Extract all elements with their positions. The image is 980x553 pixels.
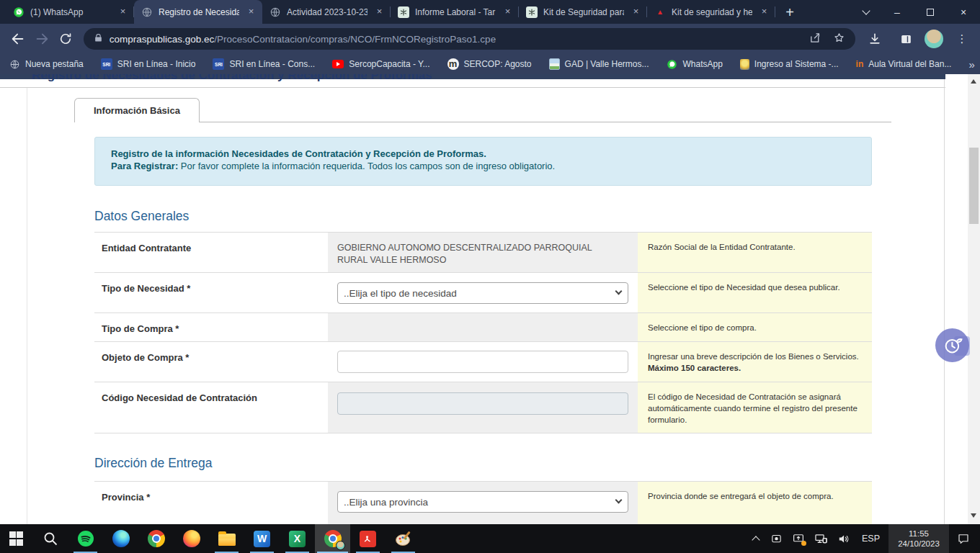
field-help: Razón Social de la Entidad Contratante. bbox=[638, 233, 872, 272]
back-button[interactable] bbox=[6, 27, 30, 51]
close-icon[interactable]: × bbox=[502, 6, 514, 18]
volume-tray-icon[interactable] bbox=[837, 532, 851, 546]
page-scrollbar[interactable] bbox=[968, 74, 980, 524]
objeto-compra-input[interactable] bbox=[337, 351, 628, 373]
lock-icon bbox=[94, 32, 103, 45]
network-tray-icon[interactable] bbox=[814, 532, 828, 546]
tray-time: 11:55 bbox=[909, 529, 929, 539]
start-button[interactable] bbox=[0, 524, 32, 553]
taskbar-firefox-button[interactable] bbox=[174, 524, 209, 553]
tab-kit-seguridad-2[interactable]: ▲ Kit de seguridad y he × bbox=[647, 0, 775, 24]
chatgpt-favicon bbox=[398, 6, 409, 18]
taskbar-search-button[interactable] bbox=[32, 524, 68, 553]
bookmark-sercopcapacita[interactable]: SercopCapacita - Y... bbox=[332, 59, 429, 69]
bookmark-label: SercopCapacita - Y... bbox=[349, 59, 429, 69]
tab-kit-seguridad-1[interactable]: Kit de Seguridad para × bbox=[519, 0, 647, 24]
bookmark-sri-inicio[interactable]: SRISRI en Línea - Inicio bbox=[101, 58, 196, 70]
url-text: compraspublicas.gob.ec/ProcesoContrataci… bbox=[110, 34, 496, 45]
provincia-select[interactable]: ..Elija una provincia bbox=[337, 491, 628, 513]
profile-avatar[interactable] bbox=[925, 30, 943, 48]
bookmark-whatsapp[interactable]: WhatsApp bbox=[666, 58, 722, 70]
browser-tab-strip: (1) WhatsApp × Registro de Necesida × Ac… bbox=[0, 0, 980, 24]
tab-registro-necesidades[interactable]: Registro de Necesida × bbox=[134, 0, 262, 24]
field-help: Provincia donde se entregará el objeto d… bbox=[638, 482, 872, 524]
screen-record-tray-icon[interactable] bbox=[770, 533, 783, 545]
bookmark-sercop-agosto[interactable]: mSERCOP: Agosto bbox=[447, 58, 532, 70]
taskbar-edge-button[interactable] bbox=[103, 524, 138, 553]
section-title-direccion-entrega: Dirección de Entrega bbox=[94, 456, 212, 471]
taskbar-spotify-button[interactable] bbox=[68, 524, 103, 553]
bookmark-nueva-pestana[interactable]: Nueva pestaña bbox=[9, 58, 84, 70]
minimize-button[interactable]: – bbox=[881, 0, 914, 24]
close-icon[interactable]: × bbox=[630, 6, 642, 18]
close-icon[interactable]: × bbox=[758, 6, 770, 18]
taskbar-explorer-button[interactable] bbox=[209, 524, 244, 553]
taskbar-paint-button[interactable] bbox=[386, 524, 421, 553]
row-codigo-necesidad: Código Necesidad de Contratación El códi… bbox=[94, 382, 872, 433]
bookmark-label: SERCOP: Agosto bbox=[464, 59, 532, 69]
reload-button[interactable] bbox=[53, 27, 77, 51]
bookmark-label: Aula Virtual del Ban... bbox=[868, 59, 951, 69]
bookmarks-overflow-chevron[interactable]: » bbox=[968, 58, 974, 71]
clock-date-tray[interactable]: 11:55 24/10/2023 bbox=[888, 524, 949, 553]
bookmark-sri-consultas[interactable]: SRISRI en Línea - Cons... bbox=[213, 58, 315, 70]
new-tab-button[interactable]: + bbox=[780, 2, 800, 22]
taskbar-chrome-active-button[interactable] bbox=[315, 524, 350, 553]
close-icon[interactable]: × bbox=[373, 6, 386, 18]
close-icon[interactable]: × bbox=[117, 6, 129, 18]
tab-informacion-basica[interactable]: Información Básica bbox=[74, 98, 200, 122]
taskbar-word-button[interactable]: W bbox=[244, 524, 280, 553]
sri-icon: SRI bbox=[101, 58, 112, 70]
forward-button[interactable] bbox=[30, 27, 53, 51]
ecuador-crest-icon bbox=[740, 59, 749, 70]
tab-title: Actividad 2023-10-23 bbox=[287, 7, 368, 17]
field-label: Tipo de Necesidad * bbox=[94, 273, 328, 313]
language-indicator[interactable]: ESP bbox=[862, 534, 880, 544]
tab-whatsapp[interactable]: (1) WhatsApp × bbox=[6, 0, 134, 24]
bookmark-label: Nueva pestaña bbox=[25, 59, 84, 69]
taskbar-acrobat-button[interactable] bbox=[350, 524, 386, 553]
bookmark-gad-valle-hermoso[interactable]: GAD | Valle Hermos... bbox=[549, 58, 649, 70]
address-bar[interactable]: compraspublicas.gob.ec/ProcesoContrataci… bbox=[84, 28, 855, 50]
tab-title: Kit de seguridad y he bbox=[672, 7, 752, 17]
tray-chevron-up-icon[interactable] bbox=[752, 536, 760, 544]
share-icon[interactable] bbox=[809, 32, 821, 47]
bookmark-aula-virtual[interactable]: inAula Virtual del Ban... bbox=[856, 59, 952, 69]
tab-informe-laboral[interactable]: Informe Laboral - Tar × bbox=[391, 0, 519, 24]
downloads-icon[interactable] bbox=[863, 27, 887, 51]
field-help: Ingresar una breve descripción de los Bi… bbox=[638, 342, 872, 382]
info-line-2-bold: Para Registrar: bbox=[111, 161, 178, 171]
word-icon: W bbox=[254, 531, 270, 547]
field-label: Código Necesidad de Contratación bbox=[94, 382, 328, 433]
bookmark-star-icon[interactable] bbox=[833, 32, 845, 47]
direccion-entrega-table: Provincia * ..Elija una provincia Provin… bbox=[94, 481, 872, 524]
action-center-icon[interactable] bbox=[957, 532, 970, 545]
field-label: Entidad Contratante bbox=[94, 233, 328, 272]
container-right-border bbox=[944, 79, 945, 524]
tab-actividad[interactable]: Actividad 2023-10-23 × bbox=[262, 0, 391, 24]
close-icon[interactable]: × bbox=[245, 6, 257, 18]
tab-search-chevron-icon[interactable] bbox=[852, 0, 881, 24]
scrollbar-thumb[interactable] bbox=[969, 148, 979, 224]
bookmark-ingreso-sistema[interactable]: Ingreso al Sistema -... bbox=[740, 59, 839, 70]
paint-palette-icon bbox=[394, 529, 413, 548]
side-panel-icon[interactable] bbox=[894, 27, 918, 51]
help-text: Ingresar una breve descripción de los Bi… bbox=[648, 351, 860, 362]
field-help: Seleccione el tipo de compra. bbox=[638, 313, 872, 341]
windows-taskbar: W X ESP 11:55 24/10/2023 bbox=[0, 524, 980, 553]
page-title: Registro de Necesidades de Contratación … bbox=[32, 74, 432, 83]
field-help: El código de Necesidad de Contratación s… bbox=[638, 382, 872, 433]
scroll-up-arrow[interactable] bbox=[971, 79, 976, 84]
scroll-down-arrow[interactable] bbox=[971, 513, 976, 518]
close-window-button[interactable]: × bbox=[947, 0, 980, 24]
chatgpt-favicon bbox=[526, 6, 538, 18]
maximize-button[interactable] bbox=[914, 0, 947, 24]
taskbar-excel-button[interactable]: X bbox=[280, 524, 315, 553]
field-help: Seleccione el tipo de Necesidad que dese… bbox=[638, 273, 872, 313]
floating-timer-widget[interactable] bbox=[935, 328, 969, 362]
screen-share-tray-icon[interactable] bbox=[792, 532, 805, 545]
taskbar-chrome-button[interactable] bbox=[138, 524, 174, 553]
browser-menu-icon[interactable]: ⋮ bbox=[950, 27, 974, 51]
tipo-necesidad-select[interactable]: ..Elija el tipo de necesidad bbox=[337, 282, 628, 304]
info-line-2: Por favor complete la información requer… bbox=[181, 161, 555, 171]
